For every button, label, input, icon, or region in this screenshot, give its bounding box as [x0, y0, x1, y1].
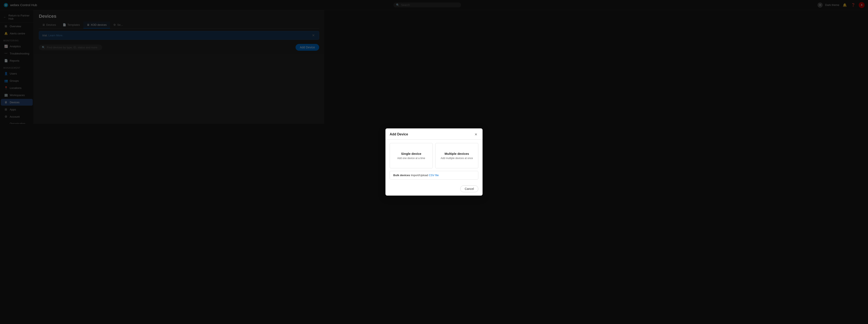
modal-overlay[interactable]: Add Device ✕ Single device Add one devic…	[0, 0, 324, 124]
